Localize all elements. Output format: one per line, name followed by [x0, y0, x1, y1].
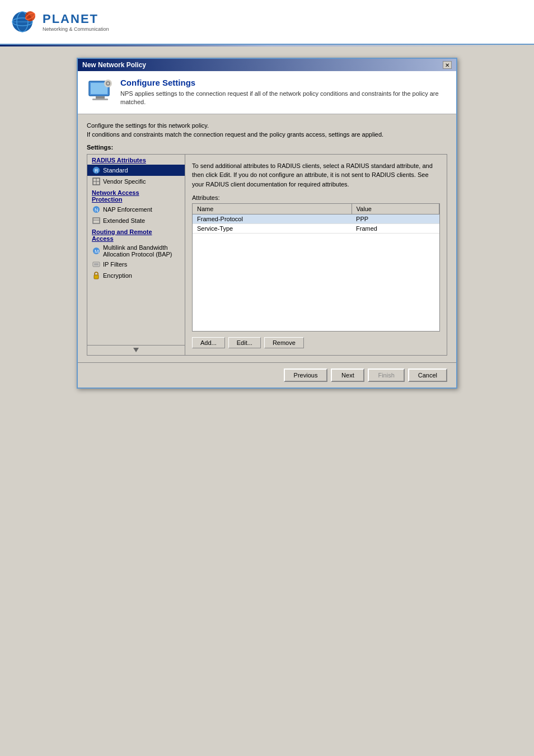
dialog-heading: Configure Settings: [120, 78, 447, 87]
sidebar-label-extended: Extended State: [103, 217, 145, 224]
col-header-value: Value: [352, 204, 439, 214]
svg-text:R: R: [95, 168, 99, 174]
col-header-name: Name: [193, 204, 352, 214]
dialog-container: New Network Policy ✕ Configure Settings …: [77, 58, 457, 389]
svg-rect-8: [96, 96, 105, 99]
sidebar-item-standard[interactable]: R Standard: [87, 165, 185, 176]
table-row[interactable]: Framed-ProtocolPPP: [193, 214, 439, 224]
finish-button[interactable]: Finish: [368, 368, 404, 382]
sidebar-item-nap-enforcement[interactable]: N NAP Enforcement: [87, 204, 185, 215]
sidebar-label-standard: Standard: [103, 167, 128, 174]
svg-rect-20: [93, 218, 100, 223]
svg-text:N: N: [95, 207, 99, 213]
dialog-title: New Network Policy: [82, 61, 146, 69]
svg-rect-26: [94, 275, 99, 279]
sidebar-label-ipfilters: IP Filters: [103, 261, 127, 268]
svg-marker-27: [133, 348, 139, 352]
previous-button[interactable]: Previous: [284, 368, 328, 382]
multilink-icon: M: [92, 246, 101, 255]
table-row[interactable]: Service-TypeFramed: [193, 224, 439, 234]
dialog-header: Configure Settings NPS applies settings …: [78, 71, 456, 114]
sidebar-section-radius: RADIUS Attributes: [87, 155, 185, 165]
close-button[interactable]: ✕: [443, 61, 452, 69]
svg-point-12: [107, 82, 109, 85]
remove-button[interactable]: Remove: [264, 337, 304, 348]
svg-rect-9: [92, 99, 108, 100]
logo-area: PLANET Networking & Communication: [11, 8, 109, 35]
extended-icon: [92, 216, 101, 225]
attributes-table-container: Name Value Framed-ProtocolPPPService-Typ…: [192, 203, 440, 332]
logo-text: PLANET Networking & Communication: [43, 12, 109, 32]
encryption-icon: [92, 271, 101, 280]
svg-rect-25: [94, 263, 99, 265]
add-button[interactable]: Add...: [192, 337, 225, 348]
cell-value: PPP: [352, 214, 439, 224]
sidebar-label-vendor: Vendor Specific: [103, 178, 146, 185]
dialog-subtitle: NPS applies settings to the connection r…: [120, 90, 447, 107]
intro-text: Configure the settings for this network …: [87, 121, 447, 139]
content-description: To send additional attributes to RADIUS …: [192, 161, 440, 189]
attributes-table: Name Value Framed-ProtocolPPPService-Typ…: [193, 204, 439, 234]
radius-icon: R: [92, 166, 101, 175]
nap-icon: N: [92, 205, 101, 214]
sidebar-item-extended-state[interactable]: Extended State: [87, 215, 185, 226]
dialog-footer: Previous Next Finish Cancel: [78, 362, 456, 388]
attributes-label: Attributes:: [192, 194, 440, 201]
cancel-button[interactable]: Cancel: [408, 368, 447, 382]
cell-value: Framed: [352, 224, 439, 234]
sidebar-item-encryption[interactable]: Encryption: [87, 270, 185, 281]
sidebar-section-routing: Routing and RemoteAccess: [87, 226, 185, 243]
page-header: PLANET Networking & Communication: [0, 0, 534, 45]
settings-label: Settings:: [87, 144, 447, 151]
header-text: Configure Settings NPS applies settings …: [120, 78, 447, 107]
content-area: To send additional attributes to RADIUS …: [185, 155, 447, 355]
sidebar-item-vendor-specific[interactable]: Vendor Specific: [87, 176, 185, 187]
cell-name: Framed-Protocol: [193, 214, 352, 224]
scroll-down-icon: [133, 348, 139, 352]
dialog-body: Configure the settings for this network …: [78, 114, 456, 362]
sidebar-label-multilink: Multilink and Bandwidth Allocation Proto…: [103, 244, 180, 258]
ipfilter-icon: [92, 260, 101, 269]
sidebar-item-ip-filters[interactable]: IP Filters: [87, 259, 185, 270]
sidebar-label-nap: NAP Enforcement: [103, 206, 152, 213]
svg-text:M: M: [95, 249, 99, 254]
sidebar: RADIUS Attributes R Standard Vendor Spec…: [87, 155, 185, 345]
settings-area: RADIUS Attributes R Standard Vendor Spec…: [87, 154, 447, 356]
vendor-icon: [92, 177, 101, 186]
next-button[interactable]: Next: [331, 368, 364, 382]
title-bar: New Network Policy ✕: [78, 59, 456, 71]
sidebar-label-encryption: Encryption: [103, 272, 132, 279]
sidebar-section-nap: Network AccessProtection: [87, 187, 185, 204]
planet-logo: [11, 8, 38, 35]
edit-button[interactable]: Edit...: [228, 337, 261, 348]
header-computer-icon: [87, 78, 114, 105]
cell-name: Service-Type: [193, 224, 352, 234]
action-buttons: Add... Edit... Remove: [192, 337, 440, 348]
sidebar-item-multilink[interactable]: M Multilink and Bandwidth Allocation Pro…: [87, 243, 185, 259]
